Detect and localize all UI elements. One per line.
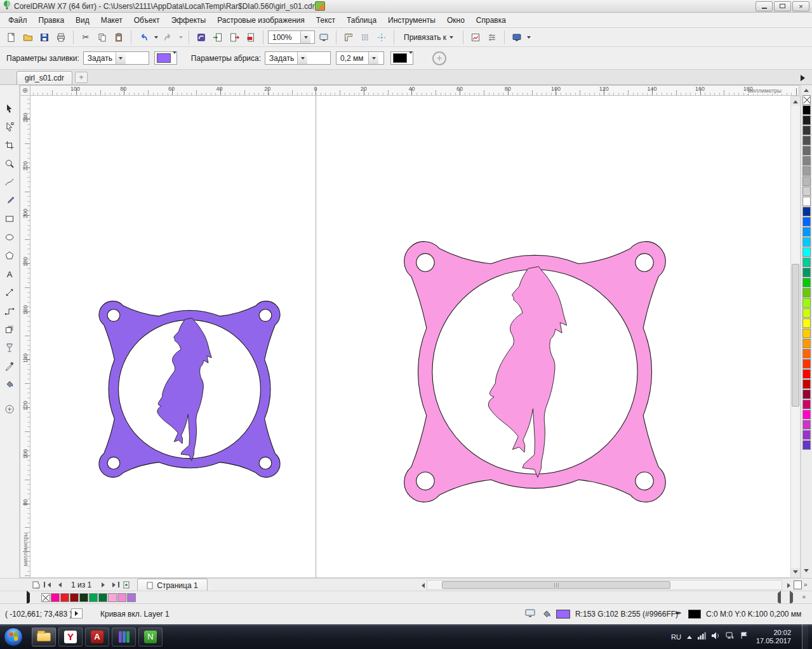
docpalette-color-swatch[interactable] xyxy=(70,593,79,602)
last-page-icon[interactable] xyxy=(109,579,121,591)
undo-icon[interactable] xyxy=(136,30,151,45)
show-guidelines-icon[interactable] xyxy=(374,30,389,45)
fill-color-dropdown-icon[interactable] xyxy=(173,54,176,63)
docpalette-color-swatch[interactable] xyxy=(60,593,69,602)
window-refresh-icon[interactable] xyxy=(509,30,524,45)
docpalette-scroll-right-icon[interactable] xyxy=(789,593,795,602)
fill-params-dropdown-icon[interactable] xyxy=(116,52,126,64)
add-page-icon[interactable] xyxy=(121,579,132,591)
fan-grill-pink[interactable] xyxy=(392,230,677,514)
palette-color-swatch[interactable] xyxy=(802,288,811,298)
palette-color-swatch[interactable] xyxy=(802,258,811,267)
outline-params-dropdown-icon[interactable] xyxy=(297,52,307,64)
palette-color-swatch[interactable] xyxy=(802,329,811,338)
palette-color-swatch[interactable] xyxy=(802,136,811,145)
palette-scroll-down-icon[interactable] xyxy=(804,569,809,575)
fill-color-picker[interactable] xyxy=(154,51,177,65)
page-flip-icon[interactable] xyxy=(30,579,42,591)
taskbar-clock[interactable]: 20:02 17.05.2017 xyxy=(756,629,791,645)
taskbar-yandex-button[interactable]: Y xyxy=(58,627,83,646)
artistic-media-tool-icon[interactable] xyxy=(1,191,18,209)
zoom-level-combo[interactable]: 100% xyxy=(268,30,315,44)
crop-tool-icon[interactable] xyxy=(1,136,18,154)
palette-color-swatch[interactable] xyxy=(802,369,811,379)
transparency-tool-icon[interactable] xyxy=(1,338,18,357)
drop-shadow-tool-icon[interactable] xyxy=(1,320,18,338)
palette-color-swatch[interactable] xyxy=(802,318,811,328)
docpalette-color-swatch[interactable] xyxy=(108,593,117,602)
palette-color-swatch[interactable] xyxy=(802,156,811,166)
close-button[interactable]: × xyxy=(792,1,809,11)
previous-page-icon[interactable] xyxy=(53,579,65,591)
volume-icon[interactable] xyxy=(712,632,720,641)
palette-color-swatch[interactable] xyxy=(802,197,811,206)
paste-icon[interactable] xyxy=(111,30,126,45)
options-icon[interactable] xyxy=(484,30,500,45)
palette-color-swatch[interactable] xyxy=(802,308,811,318)
corel-connect-icon[interactable] xyxy=(194,30,209,45)
menu-item-9[interactable]: Таблица xyxy=(341,14,382,27)
palette-color-swatch[interactable] xyxy=(802,207,811,216)
polygon-tool-icon[interactable] xyxy=(1,246,18,265)
zoom-tool-icon[interactable] xyxy=(1,154,18,173)
palette-color-swatch[interactable] xyxy=(802,339,811,348)
show-desktop-button[interactable] xyxy=(802,624,808,649)
palette-color-swatch[interactable] xyxy=(802,400,811,409)
palette-color-swatch[interactable] xyxy=(802,187,811,196)
palette-color-swatch[interactable] xyxy=(802,268,811,277)
palette-color-swatch[interactable] xyxy=(802,430,811,440)
rectangle-tool-icon[interactable] xyxy=(1,209,18,228)
docpalette-expand-icon[interactable]: » xyxy=(802,593,806,602)
ruler-origin-icon[interactable]: ⊕ xyxy=(20,85,30,96)
menu-item-7[interactable]: Растровые изображения xyxy=(211,14,310,27)
document-tab[interactable]: girl_s01.cdr xyxy=(17,71,72,84)
first-page-icon[interactable] xyxy=(42,579,53,591)
menu-item-5[interactable]: Объект xyxy=(128,14,166,27)
palette-color-swatch[interactable] xyxy=(802,349,811,358)
snap-to-button[interactable]: Привязать к xyxy=(399,31,458,44)
ellipse-tool-icon[interactable] xyxy=(1,228,18,246)
page-tab[interactable]: Страница 1 xyxy=(137,579,207,591)
network-status-icon[interactable] xyxy=(726,632,735,641)
add-property-icon[interactable]: + xyxy=(432,51,446,65)
horizontal-scrollbar[interactable] xyxy=(427,580,782,590)
next-page-icon[interactable] xyxy=(98,579,109,591)
palette-color-swatch[interactable] xyxy=(802,126,811,135)
drawing-canvas[interactable] xyxy=(30,96,790,578)
palette-color-swatch[interactable] xyxy=(802,237,811,247)
color-eyedropper-tool-icon[interactable] xyxy=(1,357,18,375)
language-indicator[interactable]: RU xyxy=(671,633,681,641)
palette-color-swatch[interactable] xyxy=(802,95,811,105)
palette-color-swatch[interactable] xyxy=(802,217,811,226)
undo-dropdown-icon[interactable] xyxy=(152,30,159,44)
palette-color-swatch[interactable] xyxy=(802,390,811,399)
horizontal-scroll-thumb[interactable] xyxy=(442,581,670,589)
redo-dropdown-icon[interactable] xyxy=(177,30,184,44)
palette-color-swatch[interactable] xyxy=(802,359,811,369)
action-center-icon[interactable] xyxy=(740,632,748,641)
palette-options-icon[interactable]: » xyxy=(804,581,808,588)
palette-color-swatch[interactable] xyxy=(802,247,811,257)
docpalette-color-swatch[interactable] xyxy=(98,593,107,602)
import-icon[interactable] xyxy=(210,30,225,45)
docpalette-color-swatch[interactable] xyxy=(79,593,88,602)
minimize-button[interactable] xyxy=(755,1,773,11)
add-tools-icon[interactable] xyxy=(1,400,18,418)
maximize-button[interactable] xyxy=(774,1,791,11)
palette-color-swatch[interactable] xyxy=(802,176,811,186)
palette-color-swatch[interactable] xyxy=(802,105,811,115)
start-button[interactable] xyxy=(4,627,23,646)
freehand-tool-icon[interactable] xyxy=(1,173,18,191)
shape-tool-icon[interactable] xyxy=(1,117,18,136)
corel-promo-icon[interactable] xyxy=(315,1,325,11)
vertical-ruler[interactable]: миллиметры 24022020018016014012010080 xyxy=(20,96,30,578)
copy-icon[interactable] xyxy=(95,30,110,45)
vertical-scroll-thumb[interactable] xyxy=(792,264,799,407)
docpalette-scroll-left-icon[interactable] xyxy=(775,593,782,602)
text-tool-icon[interactable]: A xyxy=(1,265,18,283)
save-icon[interactable] xyxy=(37,30,52,45)
open-icon[interactable] xyxy=(20,30,36,45)
palette-color-swatch[interactable] xyxy=(802,379,811,389)
dimension-tool-icon[interactable] xyxy=(1,283,18,301)
docpalette-color-swatch[interactable] xyxy=(41,593,50,602)
